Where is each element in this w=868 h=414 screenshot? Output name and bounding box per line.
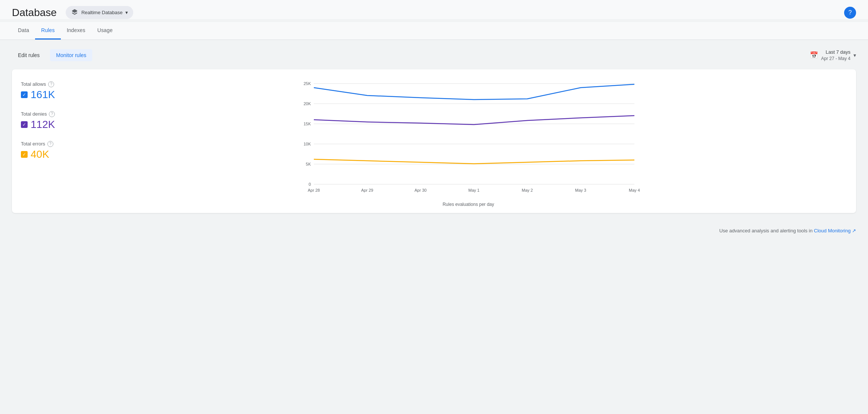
toolbar-left: Edit rules Monitor rules — [12, 49, 92, 61]
svg-text:May 4: May 4 — [629, 188, 640, 192]
svg-text:0: 0 — [309, 182, 311, 186]
svg-text:15K: 15K — [303, 122, 311, 126]
svg-text:10K: 10K — [303, 142, 311, 146]
legend-label-denies: Total denies ? — [21, 111, 81, 117]
errors-help-icon[interactable]: ? — [47, 141, 53, 147]
chart-area: 25K 20K 15K 10K 5K 0 — [90, 78, 847, 207]
tab-indexes[interactable]: Indexes — [61, 22, 91, 40]
date-range-sub: Apr 27 - May 4 — [821, 56, 850, 62]
legend-value-errors: ✓ 40K — [21, 148, 81, 160]
legend-value-allows: ✓ 161K — [21, 89, 81, 101]
legend-label-allows: Total allows ? — [21, 81, 81, 87]
legend-item-denies: Total denies ? ✓ 112K — [21, 111, 81, 131]
chart-card: Total allows ? ✓ 161K Total denies ? ✓ — [12, 69, 856, 213]
svg-text:20K: 20K — [303, 101, 311, 106]
errors-checkbox[interactable]: ✓ — [21, 151, 28, 158]
tab-data[interactable]: Data — [12, 22, 35, 40]
tab-rules[interactable]: Rules — [35, 22, 61, 40]
footer-note: Use advanced analysis and alerting tools… — [0, 222, 868, 239]
db-selector-button[interactable]: Realtime Database ▾ — [66, 6, 134, 19]
allows-checkbox[interactable]: ✓ — [21, 91, 28, 98]
help-button[interactable]: ? — [844, 7, 856, 19]
allows-help-icon[interactable]: ? — [48, 81, 54, 87]
chart-x-label: Rules evaluations per day — [90, 202, 847, 207]
svg-text:25K: 25K — [303, 81, 311, 86]
denies-checkbox[interactable]: ✓ — [21, 121, 28, 128]
legend-errors-text: Total errors — [21, 141, 45, 147]
legend-item-allows: Total allows ? ✓ 161K — [21, 81, 81, 101]
nav-tabs: Data Rules Indexes Usage — [0, 22, 868, 40]
svg-text:May 1: May 1 — [468, 188, 480, 192]
calendar-icon: 📅 — [810, 51, 818, 59]
svg-text:5K: 5K — [306, 162, 311, 166]
toolbar-right: 📅 Last 7 days Apr 27 - May 4 ▾ — [810, 49, 856, 62]
date-range-chevron-icon: ▾ — [853, 52, 856, 58]
svg-text:Apr 28: Apr 28 — [308, 188, 320, 192]
header: Database Realtime Database ▾ ? Data Rule… — [0, 0, 868, 40]
db-selector-label: Realtime Database — [81, 10, 123, 15]
footer-text: Use advanced analysis and alerting tools… — [719, 228, 812, 233]
main-content: Edit rules Monitor rules 📅 Last 7 days A… — [0, 40, 868, 222]
edit-rules-button[interactable]: Edit rules — [12, 49, 46, 61]
page-title: Database — [12, 7, 57, 19]
external-link-icon: ↗ — [852, 228, 856, 233]
chart-legend: Total allows ? ✓ 161K Total denies ? ✓ — [21, 78, 81, 207]
db-selector-icon — [71, 8, 78, 17]
svg-text:Apr 30: Apr 30 — [415, 188, 427, 192]
date-range[interactable]: Last 7 days Apr 27 - May 4 — [821, 49, 850, 62]
legend-allows-text: Total allows — [21, 81, 46, 87]
toolbar: Edit rules Monitor rules 📅 Last 7 days A… — [12, 49, 856, 62]
chart-layout: Total allows ? ✓ 161K Total denies ? ✓ — [21, 78, 847, 207]
svg-text:Apr 29: Apr 29 — [361, 188, 373, 192]
svg-text:May 2: May 2 — [522, 188, 533, 192]
svg-text:May 3: May 3 — [575, 188, 586, 192]
legend-denies-text: Total denies — [21, 111, 47, 117]
chart-svg: 25K 20K 15K 10K 5K 0 — [90, 78, 847, 199]
monitor-rules-button[interactable]: Monitor rules — [50, 49, 92, 61]
legend-label-errors: Total errors ? — [21, 141, 81, 147]
help-icon: ? — [849, 9, 852, 16]
legend-value-denies: ✓ 112K — [21, 119, 81, 131]
tab-usage[interactable]: Usage — [91, 22, 119, 40]
date-range-main: Last 7 days — [821, 49, 850, 56]
db-selector-chevron-icon: ▾ — [125, 10, 128, 15]
denies-help-icon[interactable]: ? — [49, 111, 55, 117]
cloud-monitoring-link[interactable]: Cloud Monitoring ↗ — [814, 228, 856, 233]
legend-item-errors: Total errors ? ✓ 40K — [21, 141, 81, 160]
